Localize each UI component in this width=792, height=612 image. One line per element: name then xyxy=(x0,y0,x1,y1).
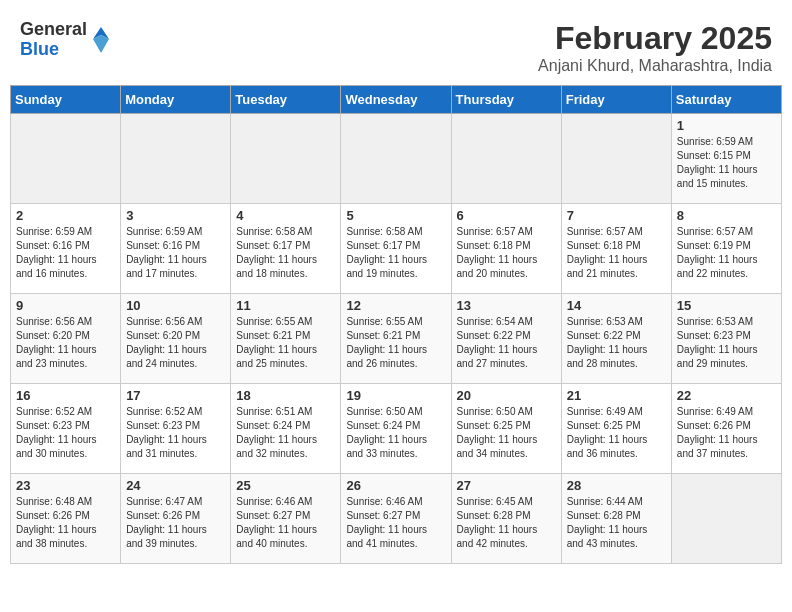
calendar-cell: 28Sunrise: 6:44 AM Sunset: 6:28 PM Dayli… xyxy=(561,474,671,564)
calendar-cell: 16Sunrise: 6:52 AM Sunset: 6:23 PM Dayli… xyxy=(11,384,121,474)
day-number: 22 xyxy=(677,388,776,403)
weekday-header-saturday: Saturday xyxy=(671,86,781,114)
calendar-cell: 7Sunrise: 6:57 AM Sunset: 6:18 PM Daylig… xyxy=(561,204,671,294)
calendar-cell xyxy=(671,474,781,564)
day-info: Sunrise: 6:45 AM Sunset: 6:28 PM Dayligh… xyxy=(457,495,556,551)
calendar-cell xyxy=(451,114,561,204)
calendar-cell: 1Sunrise: 6:59 AM Sunset: 6:15 PM Daylig… xyxy=(671,114,781,204)
calendar-cell: 12Sunrise: 6:55 AM Sunset: 6:21 PM Dayli… xyxy=(341,294,451,384)
calendar-table: SundayMondayTuesdayWednesdayThursdayFrid… xyxy=(10,85,782,564)
week-row-2: 2Sunrise: 6:59 AM Sunset: 6:16 PM Daylig… xyxy=(11,204,782,294)
day-info: Sunrise: 6:46 AM Sunset: 6:27 PM Dayligh… xyxy=(346,495,445,551)
calendar-cell: 17Sunrise: 6:52 AM Sunset: 6:23 PM Dayli… xyxy=(121,384,231,474)
day-number: 10 xyxy=(126,298,225,313)
day-info: Sunrise: 6:59 AM Sunset: 6:16 PM Dayligh… xyxy=(126,225,225,281)
day-number: 28 xyxy=(567,478,666,493)
day-number: 17 xyxy=(126,388,225,403)
day-number: 7 xyxy=(567,208,666,223)
main-title: February 2025 xyxy=(538,20,772,57)
day-number: 15 xyxy=(677,298,776,313)
calendar-cell xyxy=(231,114,341,204)
calendar-cell: 3Sunrise: 6:59 AM Sunset: 6:16 PM Daylig… xyxy=(121,204,231,294)
day-info: Sunrise: 6:50 AM Sunset: 6:25 PM Dayligh… xyxy=(457,405,556,461)
day-info: Sunrise: 6:52 AM Sunset: 6:23 PM Dayligh… xyxy=(126,405,225,461)
day-number: 11 xyxy=(236,298,335,313)
day-info: Sunrise: 6:53 AM Sunset: 6:23 PM Dayligh… xyxy=(677,315,776,371)
calendar-cell: 14Sunrise: 6:53 AM Sunset: 6:22 PM Dayli… xyxy=(561,294,671,384)
logo: General Blue xyxy=(20,20,111,60)
day-info: Sunrise: 6:44 AM Sunset: 6:28 PM Dayligh… xyxy=(567,495,666,551)
day-number: 4 xyxy=(236,208,335,223)
logo-blue: Blue xyxy=(20,40,87,60)
day-info: Sunrise: 6:48 AM Sunset: 6:26 PM Dayligh… xyxy=(16,495,115,551)
day-info: Sunrise: 6:57 AM Sunset: 6:18 PM Dayligh… xyxy=(457,225,556,281)
weekday-header-row: SundayMondayTuesdayWednesdayThursdayFrid… xyxy=(11,86,782,114)
calendar-cell: 21Sunrise: 6:49 AM Sunset: 6:25 PM Dayli… xyxy=(561,384,671,474)
day-info: Sunrise: 6:58 AM Sunset: 6:17 PM Dayligh… xyxy=(236,225,335,281)
calendar-cell: 26Sunrise: 6:46 AM Sunset: 6:27 PM Dayli… xyxy=(341,474,451,564)
weekday-header-tuesday: Tuesday xyxy=(231,86,341,114)
day-number: 18 xyxy=(236,388,335,403)
day-info: Sunrise: 6:56 AM Sunset: 6:20 PM Dayligh… xyxy=(16,315,115,371)
day-number: 24 xyxy=(126,478,225,493)
calendar-cell: 15Sunrise: 6:53 AM Sunset: 6:23 PM Dayli… xyxy=(671,294,781,384)
calendar-cell: 27Sunrise: 6:45 AM Sunset: 6:28 PM Dayli… xyxy=(451,474,561,564)
day-number: 2 xyxy=(16,208,115,223)
day-info: Sunrise: 6:58 AM Sunset: 6:17 PM Dayligh… xyxy=(346,225,445,281)
calendar-cell: 9Sunrise: 6:56 AM Sunset: 6:20 PM Daylig… xyxy=(11,294,121,384)
calendar-cell: 4Sunrise: 6:58 AM Sunset: 6:17 PM Daylig… xyxy=(231,204,341,294)
day-info: Sunrise: 6:51 AM Sunset: 6:24 PM Dayligh… xyxy=(236,405,335,461)
day-info: Sunrise: 6:57 AM Sunset: 6:18 PM Dayligh… xyxy=(567,225,666,281)
calendar-cell xyxy=(561,114,671,204)
day-number: 9 xyxy=(16,298,115,313)
day-number: 14 xyxy=(567,298,666,313)
calendar-cell: 20Sunrise: 6:50 AM Sunset: 6:25 PM Dayli… xyxy=(451,384,561,474)
weekday-header-friday: Friday xyxy=(561,86,671,114)
logo-text: General Blue xyxy=(20,20,87,60)
calendar-cell: 5Sunrise: 6:58 AM Sunset: 6:17 PM Daylig… xyxy=(341,204,451,294)
weekday-header-wednesday: Wednesday xyxy=(341,86,451,114)
day-number: 8 xyxy=(677,208,776,223)
day-number: 1 xyxy=(677,118,776,133)
calendar-cell: 10Sunrise: 6:56 AM Sunset: 6:20 PM Dayli… xyxy=(121,294,231,384)
day-info: Sunrise: 6:46 AM Sunset: 6:27 PM Dayligh… xyxy=(236,495,335,551)
calendar-cell: 19Sunrise: 6:50 AM Sunset: 6:24 PM Dayli… xyxy=(341,384,451,474)
calendar-cell: 25Sunrise: 6:46 AM Sunset: 6:27 PM Dayli… xyxy=(231,474,341,564)
day-number: 27 xyxy=(457,478,556,493)
day-info: Sunrise: 6:56 AM Sunset: 6:20 PM Dayligh… xyxy=(126,315,225,371)
day-info: Sunrise: 6:54 AM Sunset: 6:22 PM Dayligh… xyxy=(457,315,556,371)
day-info: Sunrise: 6:55 AM Sunset: 6:21 PM Dayligh… xyxy=(346,315,445,371)
page-header: General Blue February 2025 Anjani Khurd,… xyxy=(10,10,782,80)
day-info: Sunrise: 6:53 AM Sunset: 6:22 PM Dayligh… xyxy=(567,315,666,371)
week-row-5: 23Sunrise: 6:48 AM Sunset: 6:26 PM Dayli… xyxy=(11,474,782,564)
day-info: Sunrise: 6:59 AM Sunset: 6:15 PM Dayligh… xyxy=(677,135,776,191)
day-info: Sunrise: 6:49 AM Sunset: 6:25 PM Dayligh… xyxy=(567,405,666,461)
weekday-header-sunday: Sunday xyxy=(11,86,121,114)
calendar-cell: 6Sunrise: 6:57 AM Sunset: 6:18 PM Daylig… xyxy=(451,204,561,294)
day-info: Sunrise: 6:55 AM Sunset: 6:21 PM Dayligh… xyxy=(236,315,335,371)
day-number: 19 xyxy=(346,388,445,403)
day-number: 16 xyxy=(16,388,115,403)
week-row-4: 16Sunrise: 6:52 AM Sunset: 6:23 PM Dayli… xyxy=(11,384,782,474)
subtitle: Anjani Khurd, Maharashtra, India xyxy=(538,57,772,75)
day-number: 25 xyxy=(236,478,335,493)
calendar-cell xyxy=(121,114,231,204)
title-block: February 2025 Anjani Khurd, Maharashtra,… xyxy=(538,20,772,75)
logo-general: General xyxy=(20,20,87,40)
calendar-cell: 2Sunrise: 6:59 AM Sunset: 6:16 PM Daylig… xyxy=(11,204,121,294)
day-info: Sunrise: 6:49 AM Sunset: 6:26 PM Dayligh… xyxy=(677,405,776,461)
day-info: Sunrise: 6:57 AM Sunset: 6:19 PM Dayligh… xyxy=(677,225,776,281)
day-number: 3 xyxy=(126,208,225,223)
calendar-cell: 11Sunrise: 6:55 AM Sunset: 6:21 PM Dayli… xyxy=(231,294,341,384)
calendar-cell xyxy=(341,114,451,204)
weekday-header-thursday: Thursday xyxy=(451,86,561,114)
calendar-cell: 18Sunrise: 6:51 AM Sunset: 6:24 PM Dayli… xyxy=(231,384,341,474)
week-row-1: 1Sunrise: 6:59 AM Sunset: 6:15 PM Daylig… xyxy=(11,114,782,204)
weekday-header-monday: Monday xyxy=(121,86,231,114)
week-row-3: 9Sunrise: 6:56 AM Sunset: 6:20 PM Daylig… xyxy=(11,294,782,384)
day-info: Sunrise: 6:50 AM Sunset: 6:24 PM Dayligh… xyxy=(346,405,445,461)
day-number: 21 xyxy=(567,388,666,403)
day-info: Sunrise: 6:59 AM Sunset: 6:16 PM Dayligh… xyxy=(16,225,115,281)
day-number: 5 xyxy=(346,208,445,223)
day-number: 26 xyxy=(346,478,445,493)
